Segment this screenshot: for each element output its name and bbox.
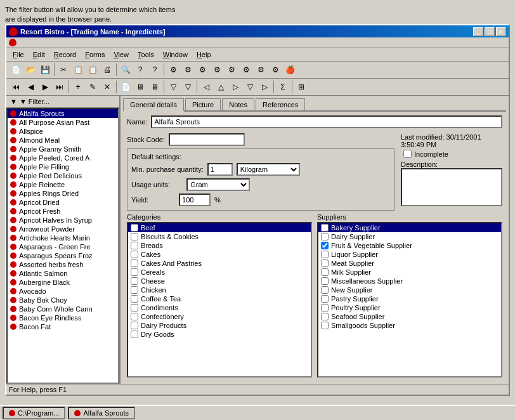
menu-view[interactable]: View (110, 49, 133, 60)
new-btn[interactable]: 📄 (9, 63, 23, 77)
supplier-item[interactable]: Pastry Supplier (318, 294, 501, 303)
suppliers-list[interactable]: Bakery SupplierDairy SupplierFruit & Veg… (317, 222, 502, 377)
tb2-7[interactable]: ▽ (243, 80, 257, 94)
category-item[interactable]: Condiments (128, 303, 311, 312)
menu-window[interactable]: Window (159, 49, 192, 60)
list-item[interactable]: Assorted herbs fresh (8, 260, 118, 269)
supplier-item[interactable]: Liquor Supplier (318, 250, 501, 259)
list-item[interactable]: Bacon Fat (8, 322, 118, 331)
tb3-5[interactable]: ⚙ (225, 63, 238, 77)
tb2-8[interactable]: ▷ (258, 80, 271, 94)
list-item[interactable]: Almond Meal (8, 136, 118, 145)
minimize-button[interactable]: _ (473, 27, 483, 36)
list-item[interactable]: Apple Reinette (8, 180, 118, 189)
category-item[interactable]: Dry Goods (128, 330, 311, 339)
taskbar-program[interactable]: C:\Program... (3, 407, 65, 419)
list-item[interactable]: Bacon Eye Rindless (8, 313, 118, 322)
tb2-5[interactable]: △ (214, 80, 228, 94)
min-purchase-input[interactable] (207, 163, 233, 176)
category-item[interactable]: Biscuits & Cookies (128, 232, 311, 241)
description-textarea[interactable] (401, 168, 502, 206)
list-item[interactable]: Baby Bok Choy (8, 296, 118, 305)
paste-btn[interactable]: 📋 (86, 63, 100, 77)
menu-help[interactable]: Help (193, 49, 215, 60)
print-btn[interactable]: 🖨 (100, 63, 114, 77)
category-item[interactable]: Cereals (128, 268, 311, 277)
tb3-4[interactable]: ⚙ (210, 63, 224, 77)
tb2-1[interactable]: 📄 (119, 80, 133, 94)
tb3-apple[interactable]: 🍎 (283, 63, 297, 77)
tab-general-details[interactable]: General details (123, 98, 184, 112)
category-item[interactable]: Breads (128, 241, 311, 250)
yield-input[interactable] (179, 194, 211, 206)
filter-button[interactable]: ▼ ▼ Filter... (6, 96, 119, 108)
supplier-item[interactable]: Poultry Supplier (318, 303, 501, 312)
save-btn[interactable]: 💾 (38, 63, 52, 77)
edit-record[interactable]: ✎ (86, 80, 100, 94)
supplier-item[interactable]: Bakery Supplier (318, 223, 501, 232)
taskbar-alfalfa[interactable]: Alfalfa Sprouts (68, 407, 135, 419)
list-item[interactable]: Apple Granny Smith (8, 145, 118, 154)
min-purchase-unit-select[interactable]: Kilogram Gram Litre Each (237, 163, 300, 176)
tb3-1[interactable]: ⚙ (166, 63, 180, 77)
list-item[interactable]: Asparagus - Green Fre (8, 242, 118, 251)
list-item[interactable]: Alfalfa Sprouts (8, 109, 118, 118)
menu-record[interactable]: Record (50, 49, 80, 60)
nav-first[interactable]: ⏮ (9, 80, 23, 94)
list-item[interactable]: Apricot Dried (8, 198, 118, 207)
tb3-7[interactable]: ⚙ (254, 63, 268, 77)
supplier-item[interactable]: Seafood Supplier (318, 312, 501, 321)
list-item[interactable]: Apple Peeled, Cored A (8, 154, 118, 162)
category-item[interactable]: Dairy Products (128, 321, 311, 330)
menu-file[interactable]: File (9, 49, 28, 60)
tb2-6[interactable]: ▷ (228, 80, 242, 94)
open-btn[interactable]: 📂 (23, 63, 37, 77)
help2-btn[interactable]: ? (148, 63, 162, 77)
menu-forms[interactable]: Forms (81, 49, 108, 60)
list-item[interactable]: Artichoke Hearts Marin (8, 233, 118, 242)
category-item[interactable]: Beef (128, 223, 311, 232)
tab-references[interactable]: References (256, 98, 305, 110)
tb2-3[interactable]: 🖥 (148, 80, 162, 94)
nav-prev[interactable]: ◀ (23, 80, 37, 94)
tb3-3[interactable]: ⚙ (195, 63, 209, 77)
list-item[interactable]: Aubergine Black (8, 278, 118, 287)
list-item[interactable]: All Purpose Asian Past (8, 118, 118, 127)
add-record[interactable]: + (71, 80, 85, 94)
nav-next[interactable]: ▶ (38, 80, 52, 94)
filter1-btn[interactable]: ▽ (166, 80, 180, 94)
supplier-item[interactable]: New Supplier (318, 285, 501, 294)
category-item[interactable]: Cakes (128, 250, 311, 259)
category-item[interactable]: Cakes And Pastries (128, 259, 311, 268)
tab-picture[interactable]: Picture (185, 98, 221, 110)
list-item[interactable]: Allspice (8, 127, 118, 136)
cut-btn[interactable]: ✂ (56, 63, 70, 77)
list-item[interactable]: Apple Pie Filling (8, 162, 118, 171)
list-item[interactable]: Apples Rings Dried (8, 189, 118, 198)
tb2-9[interactable]: ⊞ (294, 80, 308, 94)
delete-record[interactable]: ✕ (100, 80, 114, 94)
tb2-4[interactable]: ◁ (199, 80, 213, 94)
supplier-item[interactable]: Smallgoods Supplier (318, 321, 501, 330)
supplier-item[interactable]: Miscellaneous Supplier (318, 277, 501, 285)
list-item[interactable]: Asparagus Spears Froz (8, 251, 118, 260)
supplier-item[interactable]: Fruit & Vegetable Supplier (318, 241, 501, 250)
name-input[interactable] (151, 115, 502, 128)
list-item[interactable]: Atlantic Salmon (8, 269, 118, 278)
menu-edit[interactable]: Edit (29, 49, 49, 60)
search-btn[interactable]: 🔍 (119, 63, 133, 77)
incomplete-checkbox[interactable] (403, 150, 412, 158)
category-item[interactable]: Confectionery (128, 312, 311, 321)
nav-last[interactable]: ⏭ (53, 80, 67, 94)
list-item[interactable]: Arrowroot Powder (8, 225, 118, 233)
ingredient-list[interactable]: Alfalfa SproutsAll Purpose Asian PastAll… (6, 108, 119, 384)
close-button[interactable]: ✕ (496, 27, 506, 36)
tb2-2[interactable]: 🖥 (133, 80, 147, 94)
category-item[interactable]: Chicken (128, 285, 311, 294)
tab-notes[interactable]: Notes (222, 98, 254, 110)
filter2-btn[interactable]: ▽ (181, 80, 195, 94)
supplier-item[interactable]: Milk Supplier (318, 268, 501, 277)
supplier-item[interactable]: Meat Supplier (318, 259, 501, 268)
maximize-button[interactable]: □ (485, 27, 495, 36)
list-item[interactable]: Baby Corn Whole Cann (8, 305, 118, 313)
